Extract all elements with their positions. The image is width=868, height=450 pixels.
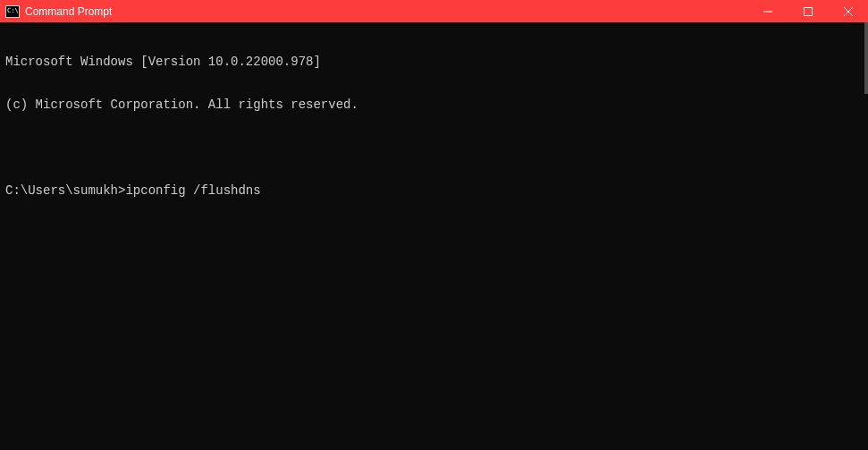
terminal-cursor	[261, 183, 268, 196]
close-button[interactable]	[828, 0, 868, 22]
svg-rect-1	[804, 7, 812, 15]
terminal-command-input[interactable]: ipconfig /flushdns	[125, 183, 260, 198]
terminal-area[interactable]: Microsoft Windows [Version 10.0.22000.97…	[0, 22, 868, 450]
terminal-prompt-line: C:\Users\sumukh>ipconfig /flushdns	[5, 183, 863, 198]
window-titlebar: C:\ Command Prompt	[0, 0, 868, 22]
minimize-icon	[763, 7, 772, 16]
terminal-output-line: (c) Microsoft Corporation. All rights re…	[5, 98, 863, 112]
maximize-button[interactable]	[788, 0, 828, 22]
window-controls	[747, 0, 868, 22]
command-prompt-icon: C:\	[5, 5, 20, 18]
maximize-icon	[804, 7, 813, 16]
app-icon-text: C:\	[7, 8, 19, 14]
close-icon	[844, 7, 853, 16]
titlebar-left: C:\ Command Prompt	[5, 5, 112, 18]
minimize-button[interactable]	[747, 0, 788, 22]
scrollbar-thumb[interactable]	[864, 22, 868, 94]
window-title: Command Prompt	[25, 5, 112, 18]
terminal-blank-line	[5, 140, 863, 155]
terminal-prompt: C:\Users\sumukh>	[5, 183, 125, 198]
terminal-output-line: Microsoft Windows [Version 10.0.22000.97…	[5, 55, 863, 69]
